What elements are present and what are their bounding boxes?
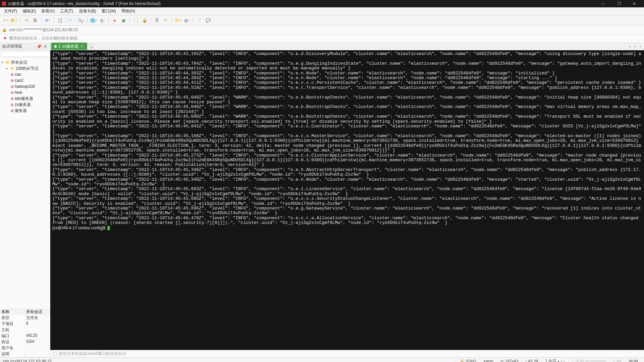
new-tab-button[interactable]: ＋ — [89, 44, 95, 50]
tab-next-icon[interactable]: ▸ — [633, 44, 637, 49]
property-key: 协议 — [0, 339, 25, 345]
status-watermark: CSDN @zxpnnnnn — [569, 358, 610, 362]
tree-session[interactable]: 🖥cao — [1, 71, 49, 77]
lock-button[interactable]: 🔒 — [141, 17, 148, 24]
paste-button[interactable]: 📄▾ — [65, 17, 72, 24]
cursor-icon — [107, 226, 110, 230]
tree-session[interactable]: 🖥服务器 — [1, 108, 49, 114]
tree-session[interactable]: 🖥zx服务器 — [1, 102, 49, 108]
xftp-button[interactable]: 🗄 — [154, 17, 160, 24]
tab-close-icon[interactable]: × — [80, 44, 84, 49]
host-icon: 🖥 — [10, 84, 14, 88]
reconnect-button[interactable]: ⟲ — [23, 17, 30, 24]
tree-label: cao2 — [15, 78, 23, 83]
folder-button[interactable]: 📁▾ — [175, 17, 181, 24]
separator-icon — [54, 17, 54, 23]
property-value — [25, 351, 50, 357]
property-key: 主机 — [0, 327, 25, 333]
menu-edit[interactable]: 编辑(E) — [20, 8, 38, 15]
highlight-button[interactable]: ✎ — [162, 17, 169, 24]
separator-icon — [108, 17, 109, 23]
titlebar: zx服务器 - zx@VM-4-17-centos:~/es_docker/co… — [0, 0, 644, 7]
property-key: 用户名 — [0, 345, 25, 351]
address-bar[interactable]: 🔒 ssh://zx:************@124.221.63.96:22 — [0, 25, 644, 34]
session-properties: 名称 所有会话 类型文件夹子项目8主机端口48125协议SSH用户名说明 — [0, 309, 50, 357]
expand-icon[interactable]: ▾ — [1, 61, 4, 64]
separator-icon — [41, 17, 42, 23]
help-button[interactable]: ❔ — [196, 17, 203, 24]
chat-button[interactable]: 💬 — [205, 17, 211, 24]
tab-active[interactable]: 1 zx服务器 × — [51, 43, 87, 50]
menu-tabs[interactable]: 选项卡(B) — [77, 8, 98, 15]
host-icon: 🖥 — [10, 103, 14, 107]
tree-label: 服务器 — [15, 108, 27, 114]
close-panel-icon[interactable]: ✕ — [43, 44, 48, 49]
status-cap: CAP — [610, 358, 625, 362]
property-row: 用户名 — [0, 345, 50, 351]
session-manager-header: 会话管理器 📌 ✕ — [0, 43, 50, 50]
copy-button[interactable]: 📋 — [57, 17, 63, 24]
play-button[interactable]: ▣ — [120, 17, 127, 24]
tab-prev-icon[interactable]: ◂ — [627, 44, 632, 49]
tree-folder[interactable]: ▸📁100的从节点 — [1, 65, 49, 71]
property-row: 主机 — [0, 327, 50, 333]
session-tree[interactable]: ▾📁所有会话▸📁100的从节点🖥cao🖥cao2🖥hadoop100🖥hive🖥… — [0, 58, 50, 309]
status-sessions: 1 会话 ▴ ＋ ─ — [541, 358, 569, 362]
tab-nav: ◂ ▸ ▾ — [627, 44, 643, 49]
menu-tools[interactable]: 工具(T) — [58, 8, 75, 15]
host-icon: 🖥 — [10, 109, 14, 113]
tree-label: 所有会话 — [11, 60, 27, 65]
separator-icon — [129, 17, 130, 23]
property-value: SSH — [25, 339, 50, 345]
host-icon: 🖥 — [10, 72, 14, 76]
terminal[interactable]: {"type": "server", "timestamp": "2022-11… — [50, 50, 644, 350]
expand-icon[interactable]: ▸ — [5, 67, 9, 70]
folder-icon: 📁 — [10, 66, 15, 71]
content-area: 1 zx服务器 × ＋ ◂ ▸ ▾ {"type": "server", "ti… — [50, 43, 644, 357]
status-connection: ssh://zx@124.221.63.96:22 — [3, 359, 52, 362]
property-key: 类型 — [0, 315, 25, 321]
new-session-button[interactable]: ＋▾ — [2, 17, 9, 24]
menu-window[interactable]: 窗口(W) — [100, 8, 118, 15]
broadcast-checkbox[interactable] — [53, 352, 57, 356]
separator-icon — [20, 17, 20, 23]
properties-button[interactable]: ⚙▾ — [44, 17, 51, 24]
menu-view[interactable]: 查看(V) — [39, 8, 57, 15]
main-area: 会话管理器 📌 ✕ 🔍 ▾📁所有会话▸📁100的从节点🖥cao🖥cao2🖥had… — [0, 43, 644, 357]
minimize-button[interactable]: ─ — [596, 0, 611, 7]
property-value: 8 — [25, 321, 50, 327]
tab-list-icon[interactable]: ▾ — [638, 44, 643, 49]
tree-label: cao — [15, 72, 21, 77]
broadcast-input-bar[interactable]: 发送文本到当前Xshell窗口的全部会话 — [50, 350, 644, 357]
layout-button[interactable]: ▦▾ — [183, 17, 190, 24]
menu-help[interactable]: 帮助(H) — [119, 8, 137, 15]
app-icon — [2, 2, 6, 6]
host-icon: 🖥 — [10, 97, 14, 101]
property-row: 类型文件夹 — [0, 315, 50, 321]
font-button[interactable]: A̲▾ — [99, 17, 106, 24]
tree-session[interactable]: 🖥tdw服务器 — [1, 96, 49, 102]
property-row: 说明 — [0, 351, 50, 357]
tree-session[interactable]: 🖥hadoop100 — [1, 83, 49, 89]
fullscreen-button[interactable]: ⛶ — [132, 17, 139, 24]
property-value: 文件夹 — [25, 315, 50, 321]
close-button[interactable]: ✕ — [627, 0, 642, 7]
tree-session[interactable]: 🖥cao2 — [1, 77, 49, 83]
disconnect-button[interactable]: ⛓ — [32, 17, 39, 24]
tree-session[interactable]: 🖥hive — [1, 89, 49, 96]
tree-label: hadoop100 — [15, 84, 35, 89]
menu-file[interactable]: 文件(F) — [2, 8, 19, 15]
tree-folder[interactable]: ▾📁所有会话 — [1, 59, 49, 65]
tree-label: zx服务器 — [15, 102, 31, 108]
status-size: ⇆ 187x43 — [497, 358, 522, 362]
session-search-input[interactable] — [1, 51, 51, 57]
find-button[interactable]: 🔍▾ — [78, 17, 85, 24]
open-button[interactable]: 📂▾ — [11, 17, 17, 24]
property-value — [25, 345, 50, 351]
status-cursor: ⁝ 43,29 — [522, 358, 541, 362]
pin-icon[interactable]: 📌 — [36, 44, 43, 49]
maximize-button[interactable]: ❐ — [611, 0, 627, 7]
record-button[interactable]: ● — [111, 17, 118, 24]
property-key: 说明 — [0, 351, 25, 357]
globe-button[interactable]: 🌐▾ — [90, 17, 97, 24]
